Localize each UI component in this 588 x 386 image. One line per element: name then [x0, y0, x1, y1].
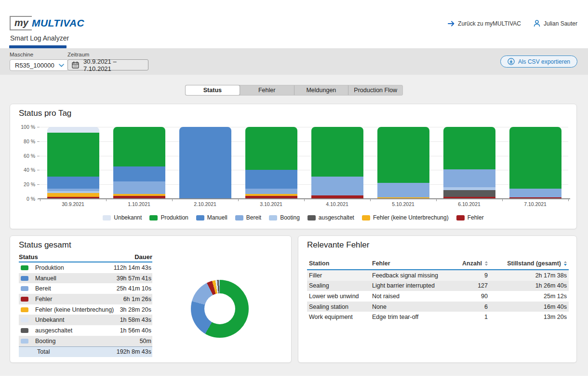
status-duration: 25h 41m 10s [117, 285, 151, 292]
bar-segment-produktion [509, 127, 561, 189]
bar-segment-bereit [509, 189, 561, 197]
chevron-down-icon [59, 64, 64, 67]
error-fehler: Not raised [372, 293, 444, 300]
y-tick-mark [37, 156, 40, 156]
bar-segment-produktion [311, 127, 363, 177]
status-row-produktion: Produktion112h 14m 43s [19, 262, 152, 273]
stacked-bar-5.10.2021 [377, 127, 429, 199]
bar-segment-manuell [113, 166, 165, 181]
status-gesamt-card: Status gesamt Status Dauer Produktion112… [10, 235, 292, 363]
bar-segment-unbekannt [47, 127, 99, 133]
machine-select[interactable]: R535_100000 [10, 59, 68, 71]
chart-title: Status pro Tag [19, 109, 71, 118]
x-tick-label: 7.10.2021 [502, 201, 568, 207]
stacked-bar-2.10.2021 [179, 127, 231, 199]
error-station: Filler [307, 272, 372, 279]
x-tick-label: 5.10.2021 [370, 201, 436, 207]
tab-meldungen[interactable]: Meldungen [294, 85, 348, 95]
error-table: StationFehlerAnzahlStillstand (gesamt) F… [307, 258, 569, 322]
error-col-anzahl[interactable]: Anzahl [444, 260, 488, 267]
bar-segment-bereit [113, 181, 165, 193]
download-icon [508, 58, 515, 65]
stacked-bar-1.10.2021 [113, 127, 165, 199]
legend-item-ausgeschaltet: ausgeschaltet [307, 214, 354, 221]
status-label: Bereit [35, 285, 117, 292]
tab-status[interactable]: Status [186, 85, 240, 95]
error-table-header: StationFehlerAnzahlStillstand (gesamt) [307, 258, 569, 270]
status-duration: 1h 56m 40s [120, 327, 151, 334]
logo-brand: MULTIVAC [32, 17, 84, 29]
status-label: Unbekannt [35, 317, 120, 323]
period-field[interactable]: 30.9.2021 – 7.10.2021 [67, 59, 148, 70]
status-swatch-fehler_ku [21, 307, 28, 312]
x-tick-label: 30.9.2021 [40, 201, 106, 207]
error-anzahl: 127 [444, 282, 488, 289]
bar-segment-ausgeschaltet [443, 190, 495, 196]
export-csv-label: Als CSV exportieren [518, 58, 570, 65]
status-swatch-produktion [21, 265, 28, 270]
arrow-right-icon [448, 21, 454, 27]
error-col-fehler: Fehler [372, 260, 444, 267]
user-menu[interactable]: Julian Sauter [534, 20, 577, 27]
logo-my: my [10, 16, 32, 30]
error-stillstand: 13m 20s [488, 314, 569, 320]
legend-item-bereit: Bereit [235, 214, 261, 221]
y-tick-mark [37, 127, 40, 127]
status-gesamt-title: Status gesamt [19, 240, 71, 250]
error-row: Sealing stationNone616m 40s [307, 302, 569, 312]
status-duration: 39h 57m 41s [117, 275, 151, 282]
error-col-label: Anzahl [462, 260, 482, 267]
sort-icon[interactable] [564, 261, 567, 266]
error-fehler: Feedback signal missing [372, 272, 444, 279]
legend-item-produktion: Produktion [149, 214, 188, 221]
app-header: my MULTIVAC Smart Log Analyzer Zurück zu… [0, 0, 588, 48]
y-tick-label: 0 % [13, 196, 35, 202]
bar-segment-bereit [311, 177, 363, 195]
error-stillstand: 1h 26m 40s [488, 282, 569, 289]
status-duration: 1h 58m 43s [120, 317, 151, 323]
error-col-stillstand-gesamt-[interactable]: Stillstand (gesamt) [488, 260, 569, 267]
stacked-bar-30.9.2021 [47, 127, 99, 199]
bar-segment-produktion [245, 127, 297, 170]
status-swatch-fehler [21, 297, 28, 302]
machine-select-value: R535_100000 [15, 62, 54, 69]
chart-plot: 30.9.20211.10.20212.10.20213.10.20214.10… [40, 127, 568, 199]
status-row-booting: Booting50m [19, 336, 152, 346]
calendar-icon [72, 61, 79, 69]
error-col-station: Station [307, 260, 372, 267]
filter-bar: Maschine R535_100000 Zeitraum 30.9.2021 … [0, 48, 588, 75]
donut-hole [204, 293, 235, 324]
stacked-bar-6.10.2021 [443, 127, 495, 199]
tab-fehler[interactable]: Fehler [240, 85, 294, 95]
status-label: Produktion [35, 264, 114, 271]
back-link[interactable]: Zurück zu myMULTIVAC [448, 20, 521, 27]
machine-label: Maschine [10, 52, 68, 57]
status-swatch-booting [21, 339, 28, 344]
bar-segment-produktion [443, 127, 495, 169]
error-fehler: Light barrier interrupted [372, 282, 444, 289]
legend-label: Bereit [246, 214, 261, 221]
error-col-label: Station [309, 260, 329, 267]
export-csv-button[interactable]: Als CSV exportieren [500, 55, 577, 68]
legend-label: Manuell [207, 214, 227, 221]
error-station: Lower web unwind [307, 293, 372, 300]
error-anzahl: 6 [444, 303, 488, 310]
status-swatch-manuell [21, 276, 28, 281]
bar-segment-manuell [47, 177, 99, 189]
module-tab-smart-log-analyzer[interactable]: Smart Log Analyzer [10, 34, 69, 42]
view-tabs: StatusFehlerMeldungenProduction Flow [185, 85, 403, 96]
legend-label: Unbekannt [114, 214, 142, 221]
x-tick-label: 2.10.2021 [172, 201, 238, 207]
y-tick-label: 100 % [13, 124, 35, 130]
bar-slot [304, 127, 370, 199]
legend-item-booting: Booting [269, 214, 300, 221]
y-tick-mark [37, 184, 40, 185]
tab-production-flow[interactable]: Production Flow [348, 85, 402, 95]
bars [40, 127, 568, 199]
error-col-label: Stillstand (gesamt) [507, 260, 561, 267]
legend-swatch-unbekannt [103, 215, 111, 221]
error-anzahl: 90 [444, 293, 488, 300]
relevante-fehler-card: Relevante Fehler StationFehlerAnzahlStil… [298, 235, 577, 363]
error-station: Sealing [307, 282, 372, 289]
legend-item-manuell: Manuell [196, 214, 227, 221]
